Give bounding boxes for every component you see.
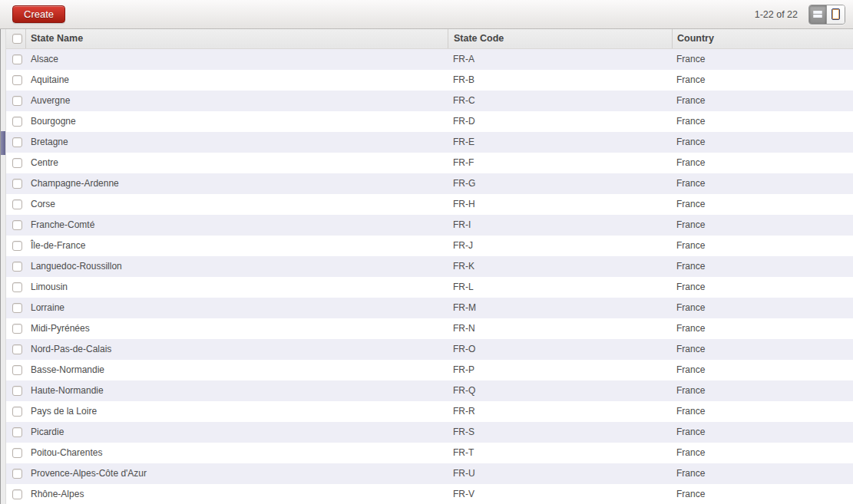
cell-state-name: Picardie bbox=[26, 422, 448, 443]
cell-state-name: Rhône-Alpes bbox=[26, 484, 448, 504]
cell-state-code: FR-I bbox=[448, 215, 672, 236]
row-checkbox[interactable] bbox=[12, 386, 22, 396]
table-row[interactable]: Languedoc-Roussillon FR-K France bbox=[6, 256, 853, 277]
cell-state-name: Pays de la Loire bbox=[26, 401, 448, 422]
row-checkbox[interactable] bbox=[12, 448, 22, 458]
active-menu-indicator bbox=[1, 131, 5, 155]
cell-state-name: Languedoc-Roussillon bbox=[26, 256, 448, 277]
row-checkbox[interactable] bbox=[12, 75, 22, 85]
cell-country: France bbox=[672, 256, 853, 277]
form-view-button[interactable] bbox=[827, 5, 845, 24]
create-button[interactable]: Create bbox=[12, 5, 65, 23]
table-row[interactable]: Bourgogne FR-D France bbox=[6, 111, 853, 132]
cell-state-name: Provence-Alpes-Côte d'Azur bbox=[26, 463, 448, 484]
cell-state-code: FR-S bbox=[448, 422, 672, 443]
list-lines-icon bbox=[813, 11, 822, 18]
row-checkbox[interactable] bbox=[12, 303, 22, 313]
row-checkbox-cell bbox=[6, 463, 26, 484]
row-checkbox[interactable] bbox=[12, 117, 22, 127]
table-row[interactable]: Midi-Pyrénées FR-N France bbox=[6, 318, 853, 339]
states-list-view: State Name State Code Country Alsace FR-… bbox=[6, 29, 853, 504]
cell-state-code: FR-F bbox=[448, 153, 672, 173]
row-checkbox[interactable] bbox=[12, 344, 22, 354]
row-checkbox-cell bbox=[6, 484, 26, 504]
cell-country: France bbox=[672, 484, 853, 504]
table-row[interactable]: Champagne-Ardenne FR-G France bbox=[6, 173, 853, 194]
row-checkbox[interactable] bbox=[12, 489, 22, 499]
row-checkbox[interactable] bbox=[12, 469, 22, 479]
column-header-state-name[interactable]: State Name bbox=[26, 29, 448, 48]
row-checkbox-cell bbox=[6, 443, 26, 463]
cell-country: France bbox=[672, 443, 853, 463]
table-row[interactable]: Pays de la Loire FR-R France bbox=[6, 401, 853, 422]
cell-state-code: FR-A bbox=[448, 49, 672, 70]
cell-state-name: Limousin bbox=[26, 277, 448, 298]
row-checkbox[interactable] bbox=[12, 199, 22, 209]
row-checkbox-cell bbox=[6, 256, 26, 277]
cell-state-code: FR-E bbox=[448, 132, 672, 153]
row-checkbox[interactable] bbox=[12, 96, 22, 106]
table-row[interactable]: Bretagne FR-E France bbox=[6, 132, 853, 153]
select-all-checkbox[interactable] bbox=[12, 34, 22, 44]
row-checkbox[interactable] bbox=[12, 282, 22, 292]
table-row[interactable]: Auvergne FR-C France bbox=[6, 91, 853, 111]
header-checkbox-cell bbox=[6, 29, 26, 48]
table-row[interactable]: Île-de-France FR-J France bbox=[6, 236, 853, 256]
row-checkbox-cell bbox=[6, 298, 26, 318]
cell-state-code: FR-Q bbox=[448, 380, 672, 401]
table-row[interactable]: Alsace FR-A France bbox=[6, 49, 853, 70]
cell-state-name: Île-de-France bbox=[26, 236, 448, 256]
row-checkbox[interactable] bbox=[12, 324, 22, 334]
cell-state-code: FR-K bbox=[448, 256, 672, 277]
cell-country: France bbox=[672, 173, 853, 194]
table-row[interactable]: Centre FR-F France bbox=[6, 153, 853, 173]
cell-country: France bbox=[672, 111, 853, 132]
row-checkbox-cell bbox=[6, 236, 26, 256]
cell-country: France bbox=[672, 318, 853, 339]
toolbar-right: 1-22 of 22 bbox=[755, 5, 845, 25]
row-checkbox-cell bbox=[6, 91, 26, 111]
row-checkbox[interactable] bbox=[12, 158, 22, 168]
cell-state-name: Centre bbox=[26, 153, 448, 173]
table-row[interactable]: Aquitaine FR-B France bbox=[6, 70, 853, 91]
list-view-button[interactable] bbox=[809, 5, 827, 24]
row-checkbox[interactable] bbox=[12, 427, 22, 437]
cell-state-code: FR-D bbox=[448, 111, 672, 132]
cell-state-code: FR-J bbox=[448, 236, 672, 256]
cell-country: France bbox=[672, 215, 853, 236]
table-row[interactable]: Basse-Normandie FR-P France bbox=[6, 360, 853, 380]
column-header-country[interactable]: Country bbox=[672, 29, 853, 48]
row-checkbox-cell bbox=[6, 215, 26, 236]
left-sidebar-edge bbox=[0, 29, 6, 504]
table-row[interactable]: Corse FR-H France bbox=[6, 194, 853, 215]
table-row[interactable]: Haute-Normandie FR-Q France bbox=[6, 380, 853, 401]
cell-state-code: FR-M bbox=[448, 298, 672, 318]
row-checkbox-cell bbox=[6, 111, 26, 132]
cell-country: France bbox=[672, 132, 853, 153]
cell-country: France bbox=[672, 422, 853, 443]
pager-range: 1-22 of 22 bbox=[755, 9, 798, 20]
cell-state-code: FR-C bbox=[448, 91, 672, 111]
cell-state-name: Midi-Pyrénées bbox=[26, 318, 448, 339]
row-checkbox[interactable] bbox=[12, 220, 22, 230]
row-checkbox[interactable] bbox=[12, 365, 22, 375]
table-row[interactable]: Rhône-Alpes FR-V France bbox=[6, 484, 853, 504]
cell-country: France bbox=[672, 360, 853, 380]
cell-state-name: Lorraine bbox=[26, 298, 448, 318]
table-row[interactable]: Picardie FR-S France bbox=[6, 422, 853, 443]
row-checkbox[interactable] bbox=[12, 54, 22, 64]
row-checkbox[interactable] bbox=[12, 137, 22, 147]
table-row[interactable]: Limousin FR-L France bbox=[6, 277, 853, 298]
cell-country: France bbox=[672, 153, 853, 173]
column-header-state-code[interactable]: State Code bbox=[448, 29, 672, 48]
row-checkbox[interactable] bbox=[12, 407, 22, 417]
row-checkbox[interactable] bbox=[12, 241, 22, 251]
table-row[interactable]: Lorraine FR-M France bbox=[6, 298, 853, 318]
table-row[interactable]: Poitou-Charentes FR-T France bbox=[6, 443, 853, 463]
row-checkbox[interactable] bbox=[12, 179, 22, 189]
row-checkbox-cell bbox=[6, 153, 26, 173]
table-row[interactable]: Provence-Alpes-Côte d'Azur FR-U France bbox=[6, 463, 853, 484]
table-row[interactable]: Franche-Comté FR-I France bbox=[6, 215, 853, 236]
row-checkbox[interactable] bbox=[12, 262, 22, 272]
table-row[interactable]: Nord-Pas-de-Calais FR-O France bbox=[6, 339, 853, 360]
